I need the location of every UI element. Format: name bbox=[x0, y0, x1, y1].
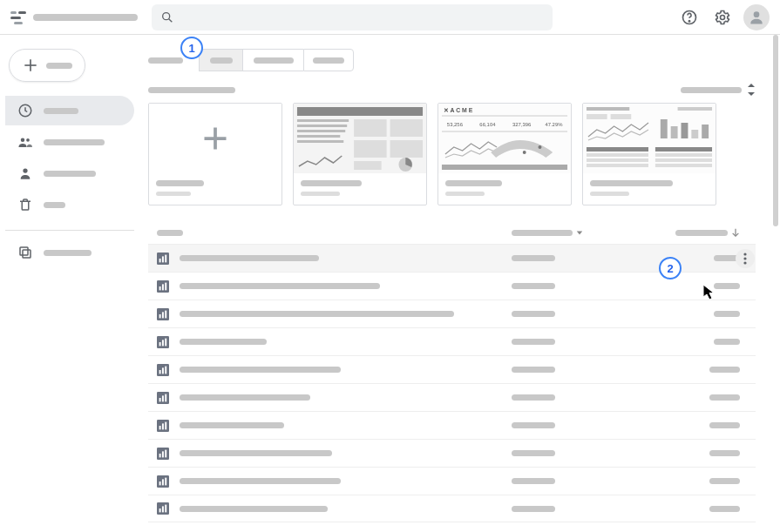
svg-rect-48 bbox=[611, 114, 632, 119]
svg-rect-128 bbox=[162, 506, 164, 512]
row-owner bbox=[512, 506, 555, 512]
sidebar-item-shared[interactable] bbox=[5, 127, 134, 157]
svg-rect-26 bbox=[297, 140, 343, 143]
more-vert-icon bbox=[743, 253, 747, 265]
row-overflow-menu[interactable] bbox=[735, 384, 756, 411]
report-row[interactable] bbox=[148, 411, 756, 439]
report-type-icon bbox=[157, 448, 169, 460]
search-input[interactable] bbox=[152, 4, 553, 30]
svg-rect-21 bbox=[297, 107, 423, 116]
sidebar-item-recent[interactable] bbox=[5, 96, 134, 125]
tab-seg-1[interactable] bbox=[199, 49, 242, 71]
user-avatar[interactable] bbox=[743, 4, 770, 30]
settings-gear-icon[interactable] bbox=[710, 5, 735, 30]
row-owner bbox=[512, 422, 555, 428]
svg-rect-122 bbox=[165, 477, 166, 485]
row-overflow-menu[interactable] bbox=[735, 412, 756, 439]
row-owner bbox=[512, 450, 555, 456]
svg-rect-31 bbox=[354, 161, 382, 170]
mouse-cursor-icon bbox=[702, 284, 716, 301]
report-type-icon bbox=[157, 475, 169, 488]
type-filter-all[interactable] bbox=[148, 57, 183, 64]
row-owner bbox=[512, 283, 555, 289]
row-overflow-menu[interactable] bbox=[735, 273, 756, 300]
report-type-icon bbox=[157, 308, 169, 320]
report-row[interactable] bbox=[148, 383, 756, 411]
sidebar-item-owned[interactable] bbox=[5, 158, 134, 188]
svg-point-13 bbox=[21, 138, 25, 143]
row-owner bbox=[512, 478, 555, 484]
svg-rect-28 bbox=[390, 119, 424, 137]
person-icon bbox=[17, 165, 33, 181]
svg-rect-43 bbox=[442, 165, 567, 170]
svg-rect-66 bbox=[165, 254, 166, 262]
row-overflow-menu[interactable] bbox=[735, 495, 756, 522]
tab-seg-2[interactable] bbox=[242, 49, 303, 71]
svg-rect-51 bbox=[682, 123, 688, 138]
report-row[interactable] bbox=[148, 327, 756, 355]
row-overflow-menu[interactable] bbox=[735, 440, 756, 467]
svg-point-4 bbox=[163, 12, 170, 19]
svg-point-7 bbox=[688, 20, 689, 21]
row-overflow-menu[interactable] bbox=[735, 468, 756, 495]
svg-rect-92 bbox=[159, 370, 161, 374]
report-row[interactable] bbox=[148, 300, 756, 327]
svg-rect-86 bbox=[162, 340, 164, 346]
col-right-sort[interactable] bbox=[651, 228, 756, 237]
report-row[interactable] bbox=[148, 439, 756, 467]
col-mid-sort[interactable] bbox=[512, 229, 651, 236]
svg-rect-3 bbox=[14, 22, 23, 24]
col-name-label[interactable] bbox=[157, 230, 183, 236]
plus-large-icon bbox=[202, 125, 228, 152]
tab-seg-3[interactable] bbox=[303, 49, 354, 71]
sidebar-item-trash[interactable] bbox=[5, 190, 134, 219]
svg-rect-57 bbox=[587, 164, 648, 167]
svg-text:53,256: 53,256 bbox=[447, 122, 464, 127]
svg-rect-85 bbox=[159, 342, 161, 346]
svg-text:✕ A C M E: ✕ A C M E bbox=[444, 107, 473, 113]
svg-point-67 bbox=[743, 253, 746, 255]
svg-rect-101 bbox=[165, 394, 166, 401]
row-overflow-menu[interactable] bbox=[735, 328, 756, 355]
vertical-scrollbar[interactable] bbox=[771, 35, 780, 532]
row-name bbox=[180, 422, 284, 428]
callout-1: 1 bbox=[180, 37, 203, 59]
search-icon bbox=[160, 10, 174, 24]
svg-rect-54 bbox=[587, 147, 648, 152]
svg-point-9 bbox=[754, 11, 760, 17]
svg-rect-107 bbox=[162, 423, 164, 429]
search-thumb bbox=[583, 104, 716, 173]
svg-rect-33 bbox=[438, 104, 571, 173]
scrollbar-thumb[interactable] bbox=[773, 35, 778, 226]
create-button[interactable] bbox=[9, 49, 85, 82]
svg-text:327,396: 327,396 bbox=[512, 122, 532, 127]
row-overflow-menu[interactable] bbox=[735, 245, 756, 272]
svg-point-14 bbox=[26, 138, 30, 142]
template-card-search[interactable] bbox=[582, 103, 716, 205]
row-name bbox=[180, 367, 341, 373]
report-row[interactable] bbox=[148, 355, 756, 383]
help-icon[interactable] bbox=[677, 5, 702, 30]
svg-rect-93 bbox=[162, 367, 164, 374]
report-row[interactable] bbox=[148, 467, 756, 495]
svg-rect-71 bbox=[159, 286, 161, 290]
svg-text:47.29%: 47.29% bbox=[545, 122, 563, 127]
templates-heading bbox=[148, 87, 235, 93]
row-overflow-menu[interactable] bbox=[735, 300, 756, 327]
template-card-acme[interactable]: ✕ A C M E 53,25666,104327,39647.29% bbox=[437, 103, 572, 205]
row-name bbox=[180, 339, 267, 345]
svg-rect-17 bbox=[23, 250, 31, 258]
svg-rect-25 bbox=[297, 135, 340, 138]
row-overflow-menu[interactable] bbox=[735, 356, 756, 383]
report-row[interactable] bbox=[148, 495, 756, 522]
svg-point-42 bbox=[538, 145, 541, 149]
svg-rect-106 bbox=[159, 426, 161, 429]
template-card-blank[interactable] bbox=[148, 103, 282, 205]
content-area: ✕ A C M E 53,25666,104327,39647.29% bbox=[139, 35, 780, 532]
sidebar-item-templates[interactable] bbox=[5, 238, 134, 267]
template-card-tutorial[interactable] bbox=[293, 103, 427, 205]
svg-rect-59 bbox=[655, 153, 712, 157]
svg-rect-2 bbox=[10, 17, 21, 19]
templates-sort-toggle[interactable] bbox=[681, 84, 756, 96]
report-type-icon bbox=[157, 364, 169, 376]
